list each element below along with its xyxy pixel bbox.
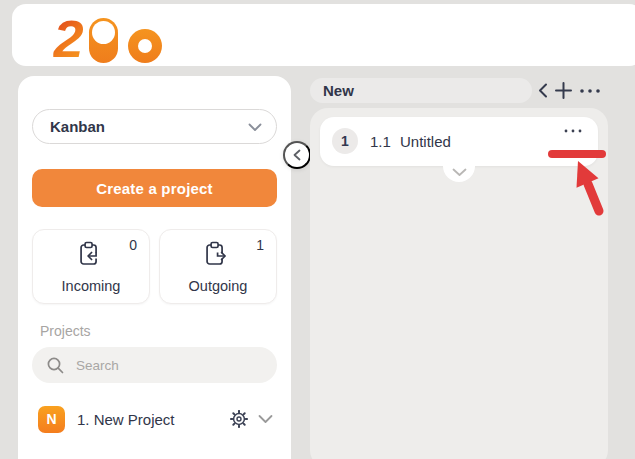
logo-letter-i xyxy=(89,18,118,63)
card-menu-button[interactable] xyxy=(560,125,586,137)
logo-letter-o-hole xyxy=(138,39,152,53)
projects-heading: Projects xyxy=(40,323,91,339)
task-card[interactable]: 1 1.1 Untitled xyxy=(320,117,598,166)
column-actions xyxy=(538,78,601,103)
project-name: 1. New Project xyxy=(77,411,230,428)
logo-letter-z: 2 xyxy=(53,15,83,63)
sidebar-collapse-button[interactable] xyxy=(283,141,311,169)
outgoing-label: Outgoing xyxy=(160,278,276,294)
search-box[interactable] xyxy=(32,347,277,383)
column-header[interactable]: New xyxy=(310,78,532,103)
task-number: 1.1 xyxy=(370,133,391,150)
chevron-left-icon xyxy=(538,83,548,98)
project-list-item[interactable]: N 1. New Project xyxy=(18,399,291,439)
sidebar-panel: Kanban Create a project 0 Incoming 1 xyxy=(18,76,291,459)
card-expand-button[interactable] xyxy=(443,150,475,182)
ellipsis-icon xyxy=(579,88,601,94)
task-badge: 1 xyxy=(332,128,358,154)
inbox-row: 0 Incoming 1 xyxy=(32,229,277,304)
search-icon xyxy=(46,356,65,375)
add-card-button[interactable] xyxy=(555,82,572,99)
view-selector-dropdown[interactable]: Kanban xyxy=(32,109,277,144)
column-menu-button[interactable] xyxy=(579,88,601,94)
chevron-down-icon xyxy=(248,118,262,136)
logo-letter-o xyxy=(128,29,162,63)
task-title: Untitled xyxy=(400,133,451,150)
column-body: 1 1.1 Untitled xyxy=(310,108,608,459)
ellipsis-icon xyxy=(564,129,582,133)
project-badge: N xyxy=(38,406,65,433)
clipboard-import-icon xyxy=(77,241,101,271)
gear-icon[interactable] xyxy=(230,410,248,428)
search-input[interactable] xyxy=(76,358,277,373)
app-background: { "app": { "name": "Zio" }, "sidebar": {… xyxy=(0,0,635,459)
chevron-down-icon xyxy=(452,168,467,177)
inbox-card-incoming[interactable]: 0 Incoming xyxy=(32,229,150,304)
create-project-button[interactable]: Create a project xyxy=(32,169,277,207)
clipboard-export-icon xyxy=(204,241,228,271)
incoming-count: 0 xyxy=(129,237,137,253)
chevron-down-icon[interactable] xyxy=(258,414,273,424)
view-selector-value: Kanban xyxy=(50,118,105,135)
outgoing-count: 1 xyxy=(256,237,264,253)
inbox-card-outgoing[interactable]: 1 Outgoing xyxy=(159,229,277,304)
incoming-label: Incoming xyxy=(33,278,149,294)
zio-logo: 2 xyxy=(54,13,162,63)
column-title: New xyxy=(323,82,354,99)
column-collapse-button[interactable] xyxy=(538,83,548,98)
logo-letter-i-dot xyxy=(92,21,115,44)
chevron-left-icon xyxy=(293,149,301,161)
plus-icon xyxy=(555,82,572,99)
top-bar: 2 xyxy=(12,4,635,66)
